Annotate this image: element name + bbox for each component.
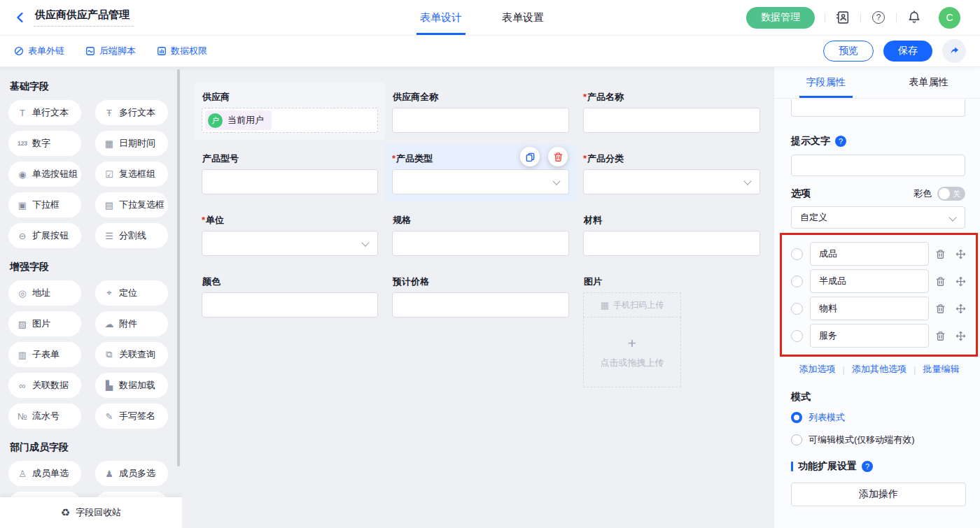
save-button[interactable]: 保存 (883, 41, 932, 62)
delete-option-button[interactable] (935, 249, 946, 259)
option-text-input[interactable]: 半成品 (810, 269, 929, 293)
drag-upload-area[interactable]: + 点击或拖拽上传 (583, 317, 681, 387)
avatar[interactable]: C (939, 7, 960, 29)
palette-item-address[interactable]: ◎地址 (8, 280, 81, 306)
option-radio[interactable] (791, 303, 803, 315)
option-text-input[interactable]: 服务 (810, 324, 929, 348)
palette-item-location[interactable]: ⌖定位 (95, 280, 168, 306)
help-icon[interactable]: ? (871, 10, 886, 25)
palette-item-serial-number[interactable]: №流水号 (8, 404, 81, 429)
palette-item-member-single[interactable]: ♙成员单选 (8, 461, 81, 486)
text-input[interactable] (392, 231, 569, 256)
palette-item-divider[interactable]: ☰分割线 (95, 223, 168, 248)
palette-item-signature[interactable]: ✎手写签名 (95, 404, 168, 429)
select-input[interactable] (583, 169, 760, 194)
add-action-button[interactable]: 添加操作 (791, 483, 966, 506)
text-input[interactable] (392, 292, 569, 317)
field-spec[interactable]: 规格 (385, 206, 576, 263)
move-option-handle[interactable] (955, 249, 966, 259)
contacts-icon[interactable] (835, 10, 850, 25)
select-input[interactable] (202, 231, 378, 256)
sidebar-scrollbar[interactable] (177, 69, 180, 466)
palette-item-image[interactable]: ▨图片 (8, 311, 81, 336)
tab-field-properties[interactable]: 字段属性 (774, 67, 877, 98)
field-material[interactable]: 材料 (576, 206, 767, 263)
option-text-input[interactable]: 物料 (810, 297, 929, 320)
field-supplier[interactable]: 供应商 户 当前用户 (195, 83, 385, 140)
tab-form-settings[interactable]: 表单设置 (502, 0, 544, 35)
palette-item-data-load[interactable]: ▙数据加载 (95, 373, 168, 398)
hint-text-input[interactable] (791, 155, 965, 176)
palette-item-dropdown[interactable]: ▣下拉框 (8, 192, 81, 217)
palette-item-subform[interactable]: ▥子表单 (8, 342, 81, 367)
field-product-type-selected[interactable]: *产品类型 (385, 144, 576, 201)
palette-item-linked-data[interactable]: ∞关联数据 (8, 373, 81, 398)
palette-item-extend-button[interactable]: ⊖扩展按钮 (8, 223, 81, 248)
backend-script-link[interactable]: 后端脚本 (85, 45, 136, 57)
batch-edit-link[interactable]: 批量编辑 (923, 363, 959, 376)
supplier-default-value[interactable]: 户 当前用户 (202, 108, 378, 133)
palette-item-multi-dropdown[interactable]: ▤下拉复选框 (95, 192, 168, 217)
text-input[interactable] (583, 231, 760, 256)
move-option-handle[interactable] (955, 331, 966, 341)
option-radio[interactable] (791, 276, 803, 287)
add-other-option-link[interactable]: 添加其他选项 (852, 363, 906, 376)
palette-item-datetime[interactable]: ▦日期时间 (95, 131, 168, 156)
palette-item-member-multi[interactable]: ♟成员多选 (95, 461, 168, 486)
color-toggle[interactable]: 关 (937, 187, 965, 201)
field-recycle-bin[interactable]: ♻ 字段回收站 (0, 497, 182, 528)
bell-icon[interactable] (906, 10, 922, 25)
delete-option-button[interactable] (935, 331, 946, 341)
palette-item-linked-query[interactable]: ⧉关联查询 (95, 342, 168, 367)
delete-option-button[interactable] (935, 304, 946, 314)
palette-item-multi-line-text[interactable]: Ŧ多行文本 (95, 100, 168, 125)
palette-item-number[interactable]: 123数字 (8, 131, 81, 156)
text-input[interactable] (392, 108, 569, 133)
form-canvas[interactable]: 供应商 户 当前用户 供应商全称 *产品名称 产品型号 (182, 67, 774, 528)
mode-editable[interactable]: 可编辑模式(仅移动端有效) (791, 434, 967, 446)
help-icon[interactable]: ? (862, 461, 873, 472)
text-input[interactable] (202, 292, 378, 317)
field-image[interactable]: 图片 ▦ 手机扫码上传 + 点击或拖拽上传 (576, 267, 767, 394)
header-tabs: 表单设计 表单设置 (420, 0, 544, 35)
delete-field-button[interactable] (548, 147, 568, 166)
palette-item-radio-group[interactable]: ◉单选按钮组 (8, 162, 81, 187)
options-source-select[interactable]: 自定义 (791, 206, 965, 229)
palette-item-attachment[interactable]: ☁附件 (95, 311, 168, 336)
field-unit[interactable]: *单位 (195, 206, 385, 263)
move-option-handle[interactable] (955, 304, 966, 314)
palette-item-checkbox-group[interactable]: ☑复选框组 (95, 162, 168, 187)
form-external-link[interactable]: 表单外链 (14, 45, 64, 57)
data-permission-link[interactable]: 数据权限 (157, 45, 207, 57)
field-product-category[interactable]: *产品分类 (576, 144, 767, 201)
data-manage-button[interactable]: 数据管理 (746, 7, 815, 29)
field-product-model[interactable]: 产品型号 (195, 144, 385, 201)
tab-form-properties[interactable]: 表单属性 (877, 67, 980, 98)
field-supplier-fullname[interactable]: 供应商全称 (385, 83, 576, 140)
form-title[interactable]: 供应商供应产品管理 (34, 8, 134, 27)
field-product-name[interactable]: *产品名称 (576, 83, 767, 140)
copy-field-button[interactable] (520, 147, 540, 166)
qr-upload-button[interactable]: ▦ 手机扫码上传 (583, 292, 681, 317)
field-label: 供应商全称 (392, 91, 569, 104)
option-radio[interactable] (791, 330, 803, 342)
current-user-tag[interactable]: 户 当前用户 (205, 110, 272, 130)
text-input[interactable] (202, 169, 378, 194)
select-input[interactable] (392, 169, 569, 194)
field-title-input-partial[interactable] (791, 99, 965, 117)
back-icon[interactable] (13, 10, 28, 25)
help-icon[interactable]: ? (835, 136, 846, 147)
field-color[interactable]: 颜色 (195, 267, 385, 324)
option-radio[interactable] (791, 248, 803, 260)
preview-button[interactable]: 预览 (823, 41, 874, 62)
move-option-handle[interactable] (955, 276, 966, 287)
palette-item-single-line-text[interactable]: T单行文本 (8, 100, 81, 125)
field-estimated-price[interactable]: 预计价格 (385, 267, 576, 324)
option-text-input[interactable]: 成品 (810, 242, 929, 266)
text-input[interactable] (583, 108, 760, 133)
share-button[interactable] (942, 39, 966, 63)
mode-list[interactable]: 列表模式 (791, 411, 967, 424)
tab-form-design[interactable]: 表单设计 (420, 0, 462, 35)
delete-option-button[interactable] (935, 276, 946, 287)
add-option-link[interactable]: 添加选项 (799, 363, 836, 376)
